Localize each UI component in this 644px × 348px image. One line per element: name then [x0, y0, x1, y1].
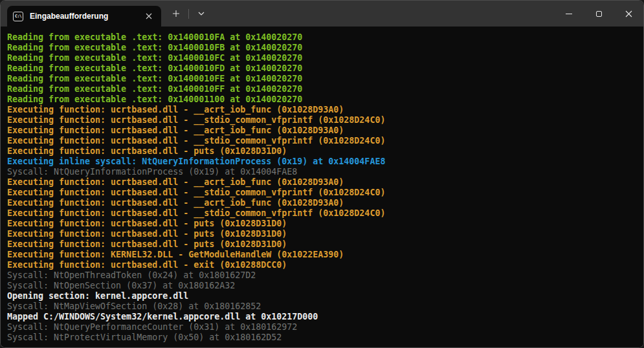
titlebar[interactable]: C:\ Eingabeaufforderung: [1, 1, 643, 27]
tab-title: Eingabeaufforderung: [30, 12, 142, 21]
terminal-line: Executing function: ucrtbased.dll - exit…: [7, 260, 639, 270]
terminal-line: Executing function: ucrtbased.dll - __st…: [7, 136, 639, 146]
terminal-line: Executing function: ucrtbased.dll - __ac…: [7, 105, 639, 115]
terminal-line: Executing function: ucrtbased.dll - __st…: [7, 188, 639, 198]
terminal-line: Reading from executable .text: 0x1400010…: [7, 74, 639, 84]
terminal-line: Reading from executable .text: 0x1400010…: [7, 63, 639, 74]
minimize-icon: [566, 14, 572, 14]
cmd-icon-glyph: C:\: [15, 14, 21, 19]
terminal-line: Executing inline syscall: NtQueryInforma…: [7, 157, 639, 167]
terminal-line: Executing function: ucrtbased.dll - __st…: [7, 208, 639, 219]
maximize-button[interactable]: [584, 1, 614, 27]
terminal-line: Syscall: NtMapViewOfSection (0x28) at 0x…: [7, 301, 639, 312]
terminal-line: Syscall: NtProtectVirtualMemory (0x50) a…: [7, 332, 639, 343]
terminal-line: Executing function: KERNEL32.DLL - GetMo…: [7, 250, 639, 260]
terminal-line: Reading from executable .text: 0x1400010…: [7, 32, 639, 43]
terminal-line: Syscall: NtQueryPerformanceCounter (0x31…: [7, 322, 639, 332]
terminal-line: Mapped C:/WINDOWS/System32/kernel.appcor…: [7, 312, 639, 322]
tab-close-button[interactable]: [142, 9, 156, 23]
close-icon: [146, 13, 152, 19]
titlebar-separator: [188, 9, 189, 19]
terminal-output[interactable]: Reading from executable .text: 0x1400010…: [1, 27, 643, 347]
terminal-window: C:\ Eingabeaufforderung: [0, 0, 644, 348]
minimize-button[interactable]: [554, 1, 584, 27]
new-tab-button[interactable]: [166, 4, 186, 23]
terminal-line: Executing function: ucrtbased.dll - __st…: [7, 115, 639, 125]
terminal-line: Reading from executable .text: 0x1400011…: [7, 94, 639, 105]
terminal-line: Executing function: ucrtbased.dll - __ac…: [7, 177, 639, 188]
close-button[interactable]: [614, 1, 643, 27]
titlebar-drag-area[interactable]: [211, 1, 554, 27]
terminal-line: Opening section: kernel.appcore.dll: [7, 291, 639, 301]
cmd-prompt-icon: C:\: [13, 12, 23, 21]
terminal-line: Executing function: ucrtbased.dll - puts…: [7, 239, 639, 250]
terminal-line: Reading from executable .text: 0x1400010…: [7, 43, 639, 53]
terminal-line: Syscall: NtQueryInformationProcess (0x19…: [7, 167, 639, 177]
terminal-line: Reading from executable .text: 0x1400010…: [7, 53, 639, 63]
chevron-down-icon: [198, 12, 205, 16]
terminal-line: Executing function: ucrtbased.dll - __ac…: [7, 198, 639, 208]
close-icon: [625, 10, 632, 17]
tab-dropdown-button[interactable]: [192, 4, 211, 23]
terminal-line: Reading from executable .text: 0x1400010…: [7, 84, 639, 94]
terminal-line: Syscall: NtOpenSection (0x37) at 0x18016…: [7, 281, 639, 291]
tab-eingabeaufforderung[interactable]: C:\ Eingabeaufforderung: [7, 6, 161, 27]
terminal-line: Executing function: ucrtbased.dll - puts…: [7, 229, 639, 239]
terminal-line: Executing function: ucrtbased.dll - puts…: [7, 146, 639, 157]
terminal-line: Syscall: NtOpenThreadToken (0x24) at 0x1…: [7, 270, 639, 281]
terminal-line: Executing function: ucrtbased.dll - __ac…: [7, 125, 639, 136]
plus-icon: [172, 10, 180, 17]
maximize-icon: [596, 11, 602, 17]
terminal-line: Executing function: ucrtbased.dll - puts…: [7, 219, 639, 229]
